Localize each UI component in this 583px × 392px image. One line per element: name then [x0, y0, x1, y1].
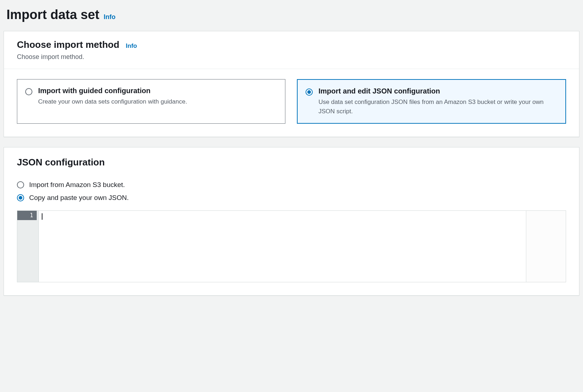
method-tile-guided[interactable]: Import with guided configuration Create … [17, 79, 285, 124]
choose-method-title: Choose import method [17, 39, 119, 50]
choose-method-info-link[interactable]: Info [126, 42, 137, 50]
page-info-link[interactable]: Info [104, 13, 116, 21]
tile-description: Create your own data sets configuration … [38, 97, 277, 106]
editor-textarea[interactable] [39, 211, 526, 282]
radio-icon [306, 88, 313, 96]
choose-method-body: Import with guided configuration Create … [4, 69, 579, 137]
radio-label: Import from Amazon S3 bucket. [29, 181, 125, 189]
method-tile-json[interactable]: Import and edit JSON configuration Use d… [297, 79, 566, 124]
json-config-title: JSON configuration [17, 157, 566, 168]
radio-icon [17, 194, 24, 201]
editor-minimap[interactable] [526, 211, 566, 282]
text-cursor-icon [42, 213, 42, 220]
editor-gutter: 1 [17, 211, 39, 282]
page-title: Import data set [6, 7, 99, 22]
choose-method-subtitle: Choose import method. [17, 53, 566, 61]
editor-area[interactable] [39, 211, 566, 282]
json-source-radio-group: Import from Amazon S3 bucket. Copy and p… [17, 181, 566, 202]
choose-method-header: Choose import method Info Choose import … [4, 31, 579, 69]
radio-icon [25, 88, 32, 95]
json-config-header: JSON configuration [4, 147, 579, 174]
method-tile-row: Import with guided configuration Create … [17, 79, 566, 124]
json-editor[interactable]: 1 [17, 210, 566, 282]
json-config-body: Import from Amazon S3 bucket. Copy and p… [4, 174, 579, 295]
choose-method-panel: Choose import method Info Choose import … [4, 31, 579, 137]
page-header: Import data set Info [4, 7, 579, 22]
tile-title: Import with guided configuration [38, 87, 277, 95]
tile-description: Use data set configuration JSON files fr… [318, 97, 557, 116]
radio-option-paste[interactable]: Copy and paste your own JSON. [17, 194, 566, 202]
tile-title: Import and edit JSON configuration [318, 87, 557, 95]
line-number: 1 [17, 211, 37, 220]
radio-icon [17, 181, 24, 188]
radio-label: Copy and paste your own JSON. [29, 194, 129, 202]
json-config-panel: JSON configuration Import from Amazon S3… [4, 147, 579, 296]
radio-option-s3[interactable]: Import from Amazon S3 bucket. [17, 181, 566, 189]
